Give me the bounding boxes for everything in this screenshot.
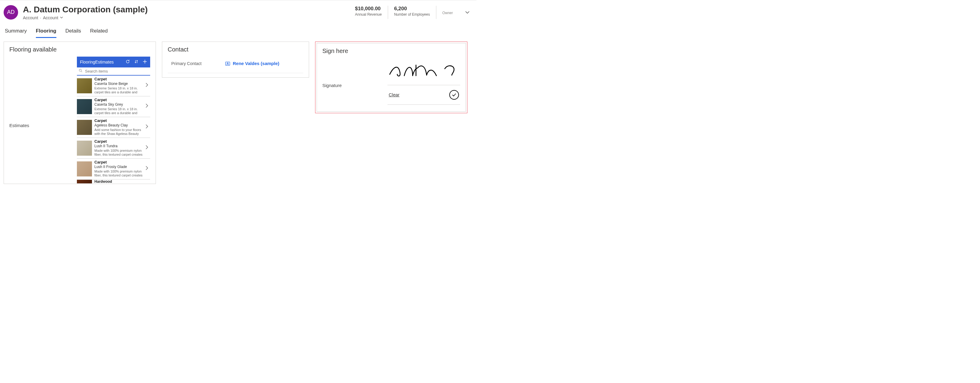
add-icon[interactable] [143,59,147,65]
primary-contact-value[interactable]: Rene Valdes (sample) [225,61,279,66]
contact-section: Contact Primary Contact Rene Valdes (sam… [162,41,309,78]
item-category: Carpet [94,98,143,102]
signature-canvas[interactable] [388,58,460,85]
estimates-gallery-title: FlooringEstimates [80,60,126,65]
item-name: Caserta Sky Grey [94,102,143,107]
item-name: Caserta Stone Beige [94,82,143,86]
estimate-item-peek[interactable]: Hardwood [77,179,150,184]
expand-header-button[interactable] [462,7,473,18]
chevron-right-icon[interactable] [143,103,150,109]
swatch-image [77,141,92,156]
chevron-right-icon[interactable] [143,124,150,130]
record-avatar: AD [4,5,18,20]
search-icon [79,69,83,73]
header-stats: $10,000.00 Annual Revenue 6,200 Number o… [349,6,459,19]
item-description: Extreme Series 18 in. x 18 in. carpet ti… [94,86,143,95]
form-selector-label: Account [43,15,58,20]
item-category: Carpet [94,77,143,81]
chevron-right-icon[interactable] [143,82,150,89]
estimates-search[interactable] [77,68,150,76]
sign-here-section: Sign here Signature Clear [317,43,466,112]
record-title: A. Datum Corporation (sample) [23,5,349,15]
swatch-image [77,180,92,184]
item-name: Ageless Beauty Clay [94,123,143,127]
item-description: Made with 100% premium nylon fiber, this… [94,169,143,178]
flooring-section: Flooring available Estimates FlooringEst… [4,41,156,184]
entity-label: Account [23,15,38,20]
item-category: Carpet [94,160,143,165]
svg-point-2 [227,63,228,64]
sign-here-highlight: Sign here Signature Clear [315,41,468,113]
estimates-label: Estimates [10,57,77,184]
item-category: Carpet [94,139,143,144]
tab-details[interactable]: Details [65,26,81,38]
employees-label: Number of Employees [394,12,430,17]
estimate-item[interactable]: Carpet Lush II Frosty Glade Made with 10… [77,159,150,179]
record-subtitle[interactable]: Account · Account [23,15,349,20]
employees-value: 6,200 [394,6,430,12]
form-tabs: Summary Flooring Details Related [4,22,473,38]
subtitle-separator: · [40,15,41,20]
item-name: Lush II Tundra [94,144,143,148]
estimate-item[interactable]: Carpet Caserta Sky Grey Extreme Series 1… [77,97,150,117]
estimate-item[interactable]: Carpet Lush II Tundra Made with 100% pre… [77,138,150,159]
primary-contact-link[interactable]: Rene Valdes (sample) [233,61,279,66]
tab-related[interactable]: Related [90,26,108,38]
sort-icon[interactable] [134,59,138,65]
signature-label: Signature [322,58,383,88]
estimate-item[interactable]: Carpet Caserta Stone Beige Extreme Serie… [77,76,150,97]
clear-signature-link[interactable]: Clear [389,92,399,97]
tab-summary[interactable]: Summary [5,26,27,38]
contact-section-title: Contact [168,46,303,53]
estimates-list: Carpet Caserta Stone Beige Extreme Serie… [77,76,150,184]
chevron-right-icon[interactable] [143,145,150,151]
item-description: Made with 100% premium nylon fiber, this… [94,149,143,157]
item-category: Hardwood [94,179,150,184]
checkmark-icon [452,92,457,97]
swatch-image [77,161,92,176]
primary-contact-label: Primary Contact [168,61,225,66]
flooring-section-title: Flooring available [10,46,150,53]
estimates-search-input[interactable] [84,69,148,74]
item-category: Carpet [94,118,143,123]
chevron-down-icon[interactable] [60,16,63,20]
owner-label: Owner [442,11,453,15]
item-name: Lush II Frosty Glade [94,165,143,169]
annual-revenue-value: $10,000.00 [355,6,382,12]
annual-revenue-label: Annual Revenue [355,12,382,17]
record-header: AD A. Datum Corporation (sample) Account… [4,0,473,22]
estimate-item[interactable]: Carpet Ageless Beauty Clay Add some fash… [77,117,150,138]
svg-point-0 [79,69,81,71]
swatch-image [77,120,92,135]
contact-card-icon [225,61,231,66]
confirm-signature-button[interactable] [449,90,459,100]
item-description: Add some fashion to your floors with the… [94,128,143,136]
estimates-gallery-header: FlooringEstimates [77,57,150,68]
tab-flooring[interactable]: Flooring [36,26,56,38]
item-description: Extreme Series 18 in. x 18 in. carpet ti… [94,107,143,116]
swatch-image [77,78,92,93]
swatch-image [77,99,92,114]
sign-here-title: Sign here [322,47,460,54]
refresh-icon[interactable] [126,59,130,65]
chevron-right-icon[interactable] [143,166,150,172]
